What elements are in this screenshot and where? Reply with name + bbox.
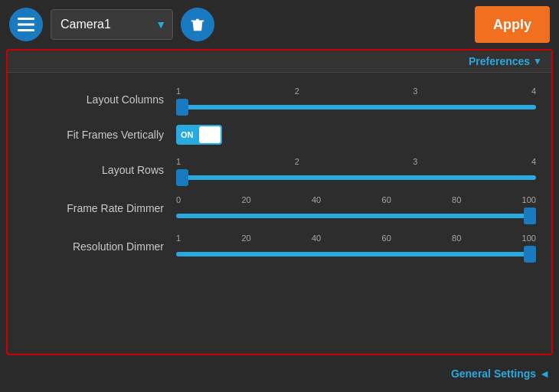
bottom-bar: General Settings ◄ [0, 361, 559, 386]
tick-20: 20 [241, 195, 250, 204]
frame-rate-label: Frame Rate Dimmer [23, 202, 176, 214]
tick-100: 100 [522, 234, 536, 243]
layout-columns-slider[interactable] [176, 105, 536, 109]
frame-rate-ticks: 0 20 40 60 80 100 [176, 195, 536, 204]
tick-1: 1 [176, 234, 181, 243]
camera-dropdown[interactable]: Camera1 ▼ [51, 9, 173, 40]
preferences-label: Preferences [469, 55, 530, 67]
tick-3: 3 [413, 157, 417, 166]
header: Camera1 ▼ Apply [0, 0, 559, 49]
preferences-header[interactable]: Preferences ▼ [8, 51, 551, 73]
logo-button[interactable] [9, 8, 43, 41]
toggle-on-label: ON [181, 130, 194, 139]
svg-rect-1 [18, 24, 34, 26]
layout-columns-ticks: 1 2 3 4 [176, 87, 536, 96]
general-settings-label[interactable]: General Settings [451, 368, 536, 380]
fit-frames-row: Fit Frames Vertically ON [23, 119, 536, 151]
tick-100: 100 [522, 195, 536, 204]
tick-2: 2 [295, 157, 299, 166]
tick-4: 4 [531, 157, 536, 166]
tick-60: 60 [382, 234, 391, 243]
frame-rate-slider[interactable] [176, 214, 536, 218]
layout-columns-row: Layout Columns 1 2 3 4 [23, 80, 536, 119]
tick-60: 60 [382, 195, 391, 204]
tick-4: 4 [531, 87, 536, 96]
tick-80: 80 [452, 234, 461, 243]
tick-2: 2 [295, 87, 299, 96]
resolution-dimmer-row: Resolution Dimmer 1 20 40 60 80 100 [23, 227, 536, 266]
toggle-knob [199, 126, 221, 143]
layout-rows-label: Layout Rows [23, 164, 176, 176]
layout-rows-slider[interactable] [176, 175, 536, 180]
resolution-dimmer-control: 1 20 40 60 80 100 [176, 234, 536, 260]
fit-frames-toggle[interactable]: ON [176, 125, 222, 145]
tick-40: 40 [312, 234, 321, 243]
resolution-dimmer-slider[interactable] [176, 252, 536, 256]
resolution-dimmer-ticks: 1 20 40 60 80 100 [176, 234, 536, 243]
layout-columns-label: Layout Columns [23, 93, 176, 106]
trash-icon [189, 16, 206, 33]
apply-button[interactable]: Apply [475, 6, 550, 43]
svg-rect-2 [18, 29, 34, 31]
delete-button[interactable] [181, 8, 214, 41]
general-settings-arrow-icon: ◄ [539, 368, 550, 380]
tick-1: 1 [176, 157, 181, 166]
resolution-dimmer-label: Resolution Dimmer [23, 240, 176, 253]
layout-rows-ticks: 1 2 3 4 [176, 157, 536, 166]
layout-rows-control: 1 2 3 4 [176, 157, 536, 183]
settings-content: Layout Columns 1 2 3 4 Fit Frames Vertic… [8, 73, 551, 354]
tick-80: 80 [452, 195, 461, 204]
tick-20: 20 [241, 234, 250, 243]
frame-rate-row: Frame Rate Dimmer 0 20 40 60 80 100 [23, 189, 536, 227]
preferences-chevron-icon: ▼ [533, 56, 542, 67]
chevron-down-icon: ▼ [155, 18, 166, 31]
tick-40: 40 [312, 195, 321, 204]
fit-frames-control: ON [176, 125, 536, 145]
frame-rate-control: 0 20 40 60 80 100 [176, 195, 536, 221]
tick-3: 3 [413, 87, 417, 96]
main-panel: Preferences ▼ Layout Columns 1 2 3 4 Fit… [6, 49, 553, 355]
camera-name: Camera1 [60, 18, 151, 31]
bars-icon [16, 15, 36, 34]
layout-rows-row: Layout Rows 1 2 3 4 [23, 151, 536, 189]
tick-0: 0 [176, 195, 181, 204]
fit-frames-label: Fit Frames Vertically [23, 129, 176, 141]
svg-rect-0 [18, 18, 34, 20]
layout-columns-control: 1 2 3 4 [176, 87, 536, 113]
tick-1: 1 [176, 87, 181, 96]
